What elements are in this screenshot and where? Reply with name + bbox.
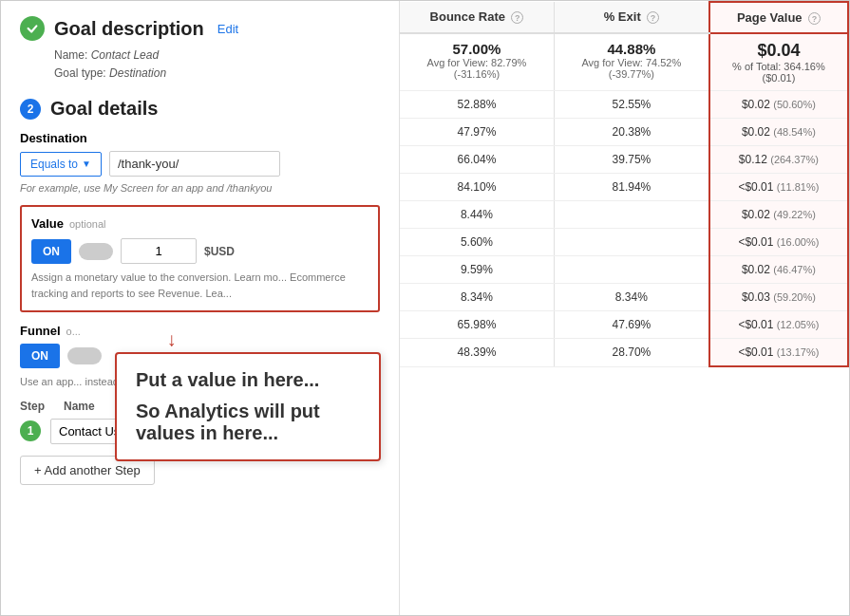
bounce-rate-cell: 84.10% xyxy=(400,174,554,201)
exit-question-icon[interactable]: ? xyxy=(647,11,659,24)
exit-val: 47.69% xyxy=(564,318,699,331)
value-label: Value xyxy=(31,216,64,231)
exit-val: 81.94% xyxy=(564,180,699,194)
table-row: 52.88%52.55%$0.02 (50.60%) xyxy=(400,91,848,119)
value-number-input[interactable] xyxy=(121,238,197,264)
value-box: Value optional ON $USD Assign a monetary… xyxy=(20,205,380,312)
name-value: Contact Lead xyxy=(91,48,159,62)
goal-type-line: Goal type: Destination xyxy=(54,65,380,83)
value-label-row: Value optional xyxy=(31,216,368,231)
table-row: 84.10%81.94%<$0.01 (11.81%) xyxy=(400,174,848,201)
page-value-header: Page Value ? xyxy=(709,2,848,33)
page-val-main: $0.04 xyxy=(720,41,838,61)
bounce-val: 9.59% xyxy=(409,263,544,276)
funnel-label: Funnel xyxy=(20,324,61,338)
table-row: 8.44%$0.02 (49.22%) xyxy=(400,201,848,229)
bounce-val: 8.44% xyxy=(409,208,544,221)
step-2-number: 2 xyxy=(20,99,41,120)
page-value-cell: $0.02 (50.60%) xyxy=(709,91,848,119)
page-value-cell: $0.04% of Total: 364.16% ($0.01) xyxy=(709,33,848,91)
annotation-line-2: So Analytics will put values in here... xyxy=(136,401,360,444)
name-col-header: Name xyxy=(64,400,95,413)
page-val-sub: % of Total: 364.16% ($0.01) xyxy=(720,61,838,84)
bounce-val: 5.60% xyxy=(409,235,544,249)
page-value-question-icon[interactable]: ? xyxy=(808,12,821,25)
destination-label: Destination xyxy=(20,131,380,145)
exit-main-val: 44.88% xyxy=(564,41,699,57)
table-row: 65.98%47.69%<$0.01 (12.05%) xyxy=(400,311,848,339)
bounce-val: 84.10% xyxy=(409,180,544,194)
bounce-val: 65.98% xyxy=(409,318,544,331)
bounce-rate-header: Bounce Rate ? xyxy=(400,2,554,33)
exit-cell: 28.70% xyxy=(554,339,708,367)
goal-type-label: Goal type: xyxy=(54,66,106,80)
table-row: 8.34%8.34%$0.03 (59.20%) xyxy=(400,284,848,311)
page-val: $0.02 (50.60%) xyxy=(720,98,838,111)
table-row: 48.39%28.70%<$0.01 (13.17%) xyxy=(400,339,848,367)
page-val: $0.02 (48.54%) xyxy=(720,125,838,139)
value-toggle-button[interactable]: ON xyxy=(31,239,71,264)
page-val: $0.03 (59.20%) xyxy=(720,290,838,304)
annotation-box: Put a value in here... So Analytics will… xyxy=(115,352,381,461)
bounce-rate-cell: 65.98% xyxy=(400,311,554,339)
bounce-val: 47.97% xyxy=(409,125,544,139)
edit-link[interactable]: Edit xyxy=(217,22,238,36)
destination-input[interactable] xyxy=(109,151,280,177)
assign-text: Assign a monetary value to the conversio… xyxy=(31,270,368,301)
exit-val: 8.34% xyxy=(564,290,699,304)
bounce-val: 66.04% xyxy=(409,153,544,166)
goal-name-line: Name: Contact Lead xyxy=(54,47,380,65)
bounce-rate-question-icon[interactable]: ? xyxy=(511,11,523,24)
exit-cell: 47.69% xyxy=(554,311,708,339)
page-value-cell: $0.03 (59.20%) xyxy=(709,284,848,311)
exit-val: 20.38% xyxy=(564,125,699,139)
page-val: <$0.01 (11.81%) xyxy=(720,180,838,194)
page-val: <$0.01 (16.00%) xyxy=(720,235,838,249)
funnel-toggle-slider[interactable] xyxy=(67,347,102,364)
page-val: $0.12 (264.37%) xyxy=(720,153,838,166)
optional-text: optional xyxy=(69,218,106,230)
right-panel: Bounce Rate ? % Exit ? Page Value ? 57.0… xyxy=(400,1,849,615)
page-value-cell: $0.02 (48.54%) xyxy=(709,119,848,146)
table-row: 57.00%Avg for View: 82.79% (-31.16%)44.8… xyxy=(400,33,848,91)
bounce-rate-cell: 9.59% xyxy=(400,256,554,284)
name-label: Name: xyxy=(54,48,87,62)
page-value-cell: $0.02 (46.47%) xyxy=(709,256,848,284)
annotation-line-1: Put a value in here... xyxy=(136,369,360,391)
goal-description-title: Goal description xyxy=(54,18,204,40)
main-container: Goal description Edit Name: Contact Lead… xyxy=(0,0,850,616)
goal-details-header: 2 Goal details xyxy=(20,98,380,120)
exit-avg: Avg for View: 74.52% (-39.77%) xyxy=(564,57,699,80)
value-input-row: ON $USD xyxy=(31,238,368,264)
page-value-cell: <$0.01 (13.17%) xyxy=(709,339,848,367)
page-value-cell: <$0.01 (11.81%) xyxy=(709,174,848,201)
page-value-cell: $0.02 (49.22%) xyxy=(709,201,848,229)
goal-details-title: Goal details xyxy=(50,98,158,120)
equals-to-button[interactable]: Equals to ▼ xyxy=(20,152,102,177)
page-value-cell: $0.12 (264.37%) xyxy=(709,146,848,174)
table-row: 9.59%$0.02 (46.47%) xyxy=(400,256,848,284)
funnel-optional: o... xyxy=(66,326,81,337)
goal-description-header: Goal description Edit xyxy=(20,16,380,41)
equals-to-label: Equals to xyxy=(30,158,78,171)
exit-cell xyxy=(554,201,708,229)
exit-cell: 8.34% xyxy=(554,284,708,311)
page-value-cell: <$0.01 (12.05%) xyxy=(709,311,848,339)
bounce-val: 52.88% xyxy=(409,98,544,111)
goal-meta: Name: Contact Lead Goal type: Destinatio… xyxy=(54,47,380,83)
bounce-rate-cell: 47.97% xyxy=(400,119,554,146)
toggle-slider[interactable] xyxy=(79,243,113,260)
table-row: 47.97%20.38%$0.02 (48.54%) xyxy=(400,119,848,146)
exit-cell: 52.55% xyxy=(554,91,708,119)
left-panel: Goal description Edit Name: Contact Lead… xyxy=(1,1,400,615)
bounce-rate-cell: 57.00%Avg for View: 82.79% (-31.16%) xyxy=(400,33,554,91)
page-val: $0.02 (46.47%) xyxy=(720,263,838,276)
goal-type-value: Destination xyxy=(109,66,166,80)
bounce-rate-cell: 66.04% xyxy=(400,146,554,174)
exit-cell: 44.88%Avg for View: 74.52% (-39.77%) xyxy=(554,33,708,91)
funnel-toggle-button[interactable]: ON xyxy=(20,344,60,368)
page-val: <$0.01 (13.17%) xyxy=(720,345,838,359)
bounce-avg: Avg for View: 82.79% (-31.16%) xyxy=(409,57,544,80)
bounce-rate-cell: 52.88% xyxy=(400,91,554,119)
bounce-rate-cell: 8.34% xyxy=(400,284,554,311)
